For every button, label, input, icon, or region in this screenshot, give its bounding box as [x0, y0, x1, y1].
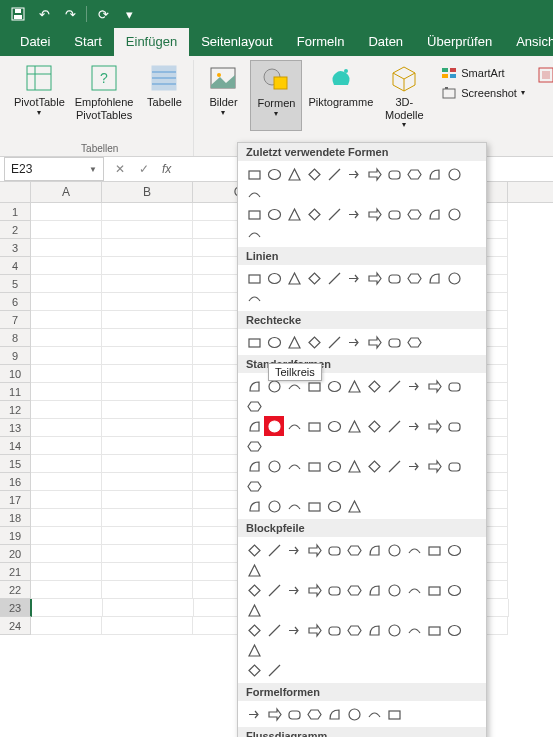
shape-thumb[interactable] — [244, 580, 264, 600]
shapes-button[interactable]: Formen▾ — [250, 60, 302, 131]
shape-thumb[interactable] — [264, 416, 284, 436]
shape-thumb[interactable] — [324, 376, 344, 396]
screenshot-button[interactable]: Screenshot ▾ — [437, 84, 529, 102]
shape-thumb[interactable] — [444, 540, 464, 560]
shape-thumb[interactable] — [344, 416, 364, 436]
row-header[interactable]: 18 — [0, 509, 31, 527]
shape-thumb[interactable] — [384, 580, 404, 600]
shape-thumb[interactable] — [284, 540, 304, 560]
row-header[interactable]: 2 — [0, 221, 31, 239]
shape-thumb[interactable] — [264, 456, 284, 476]
cell[interactable] — [102, 239, 193, 257]
shape-thumb[interactable] — [384, 540, 404, 560]
row-header[interactable]: 17 — [0, 491, 31, 509]
cell[interactable] — [31, 545, 102, 563]
shape-thumb[interactable] — [264, 620, 284, 640]
shape-thumb[interactable] — [244, 416, 264, 436]
recommended-pivot-button[interactable]: ? Empfohlene PivotTables — [71, 60, 138, 123]
shape-thumb[interactable] — [404, 204, 424, 224]
cell[interactable] — [31, 221, 102, 239]
shape-thumb[interactable] — [244, 476, 264, 496]
cell[interactable] — [31, 455, 102, 473]
cell[interactable] — [102, 545, 193, 563]
cell[interactable] — [31, 275, 102, 293]
row-header[interactable]: 7 — [0, 311, 31, 329]
cell[interactable] — [102, 617, 193, 635]
row-header[interactable]: 22 — [0, 581, 31, 599]
cell[interactable] — [102, 437, 193, 455]
cell[interactable] — [103, 599, 194, 617]
cell[interactable] — [31, 617, 102, 635]
shape-thumb[interactable] — [424, 416, 444, 436]
shape-thumb[interactable] — [244, 660, 264, 680]
shape-thumb[interactable] — [304, 704, 324, 724]
row-header[interactable]: 6 — [0, 293, 31, 311]
shape-thumb[interactable] — [244, 560, 264, 580]
refresh-button[interactable]: ⟳ — [91, 3, 115, 25]
shape-thumb[interactable] — [364, 456, 384, 476]
shape-thumb[interactable] — [244, 224, 264, 244]
shape-thumb[interactable] — [264, 704, 284, 724]
cell[interactable] — [31, 527, 102, 545]
tab-überprüfen[interactable]: Überprüfen — [415, 28, 504, 56]
name-box[interactable]: E23▼ — [4, 157, 104, 181]
shape-thumb[interactable] — [424, 620, 444, 640]
shape-thumb[interactable] — [384, 416, 404, 436]
shape-thumb[interactable] — [244, 268, 264, 288]
shape-thumb[interactable] — [344, 332, 364, 352]
tab-einfügen[interactable]: Einfügen — [114, 28, 189, 56]
shape-thumb[interactable] — [404, 540, 424, 560]
tab-datei[interactable]: Datei — [8, 28, 62, 56]
cell[interactable] — [102, 329, 193, 347]
shape-thumb[interactable] — [384, 376, 404, 396]
cell[interactable] — [31, 239, 102, 257]
shape-thumb[interactable] — [264, 164, 284, 184]
shape-thumb[interactable] — [424, 580, 444, 600]
undo-button[interactable]: ↶ — [32, 3, 56, 25]
cell[interactable] — [102, 491, 193, 509]
shape-thumb[interactable] — [344, 204, 364, 224]
tab-formeln[interactable]: Formeln — [285, 28, 357, 56]
cell[interactable] — [102, 455, 193, 473]
shape-thumb[interactable] — [244, 376, 264, 396]
shape-thumb[interactable] — [404, 456, 424, 476]
shape-thumb[interactable] — [424, 164, 444, 184]
shape-thumb[interactable] — [264, 204, 284, 224]
shape-thumb[interactable] — [244, 540, 264, 560]
shape-thumb[interactable] — [364, 376, 384, 396]
shape-thumb[interactable] — [424, 376, 444, 396]
shape-thumb[interactable] — [284, 204, 304, 224]
fx-label[interactable]: fx — [156, 162, 177, 176]
shape-thumb[interactable] — [244, 184, 264, 204]
shape-thumb[interactable] — [364, 540, 384, 560]
shape-thumb[interactable] — [244, 332, 264, 352]
cell[interactable] — [102, 563, 193, 581]
shape-thumb[interactable] — [364, 704, 384, 724]
cell[interactable] — [31, 491, 102, 509]
cell[interactable] — [102, 401, 193, 419]
shape-thumb[interactable] — [284, 496, 304, 516]
shape-thumb[interactable] — [284, 332, 304, 352]
cell[interactable] — [102, 419, 193, 437]
shape-thumb[interactable] — [284, 416, 304, 436]
shape-thumb[interactable] — [424, 540, 444, 560]
cell[interactable] — [102, 311, 193, 329]
shape-thumb[interactable] — [324, 580, 344, 600]
shape-thumb[interactable] — [304, 496, 324, 516]
tab-seitenlayout[interactable]: Seitenlayout — [189, 28, 285, 56]
shape-thumb[interactable] — [444, 376, 464, 396]
row-header[interactable]: 13 — [0, 419, 31, 437]
shape-thumb[interactable] — [444, 580, 464, 600]
shape-thumb[interactable] — [384, 620, 404, 640]
cell[interactable] — [31, 311, 102, 329]
shape-thumb[interactable] — [364, 620, 384, 640]
shape-thumb[interactable] — [324, 164, 344, 184]
cell[interactable] — [31, 509, 102, 527]
shape-thumb[interactable] — [264, 540, 284, 560]
shape-thumb[interactable] — [444, 620, 464, 640]
shape-thumb[interactable] — [344, 704, 364, 724]
row-header[interactable]: 8 — [0, 329, 31, 347]
shape-thumb[interactable] — [324, 268, 344, 288]
shape-thumb[interactable] — [364, 580, 384, 600]
row-header[interactable]: 19 — [0, 527, 31, 545]
